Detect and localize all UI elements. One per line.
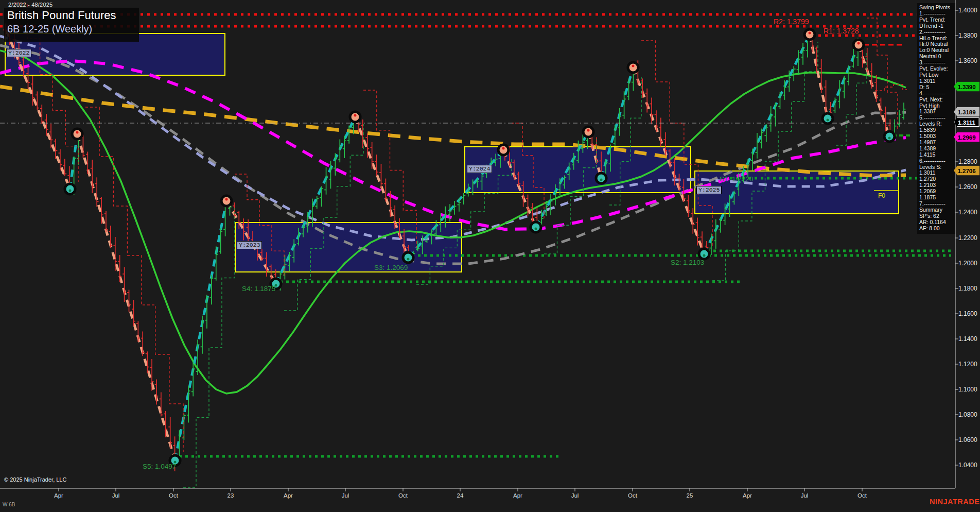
price-axis-label: 1.0400 [958,462,977,469]
time-axis-label: Jul [112,492,120,499]
time-axis-label: Apr [743,492,752,499]
pivot-marker-dot [857,42,860,45]
pivot-low-marker [884,131,895,142]
visible-date-range: 2/2022 - 48/2025 [8,2,52,8]
pivot-high-marker [498,145,509,155]
support-level-label: S3: 1.2069 [374,264,408,271]
swing-panel-line: Pvt. Trend: [919,17,955,23]
pivot-marker-dot [354,114,357,117]
time-axis-label: Jul [801,492,809,499]
swing-panel-line: 2.------------ [919,29,955,36]
ninjatrader-logo: NINJATRADER [930,498,980,506]
price-axis-label: 1.3600 [958,57,977,64]
ninjatrader-chart-window: 2/2022 - 48/2025 British Pound Futures 6… [0,0,980,512]
year-range-box-Y-2023 [235,223,462,272]
instrument-name: British Pound Futures [7,9,136,22]
price-axis-label: 1.1200 [958,361,977,368]
price-marker-badge: 1.3189 [954,107,979,117]
support-level-label: S2: 1.2103 [671,259,704,266]
price-axis-label: 1.4000 [958,7,977,14]
pivot-high-marker [853,40,864,50]
price-chart-canvas[interactable] [0,0,980,512]
copyright-text: © 2025 NinjaTrader, LLC [4,476,66,483]
price-axis-label: 1.1600 [958,310,977,317]
pivot-high-marker [350,112,360,122]
pivot-marker-dot [632,65,635,67]
time-axis-label: Apr [513,492,522,499]
resistance-level-label: R1: 1.3728 [824,27,859,35]
time-axis-label: Oct [398,492,408,499]
pivot-marker-dot [76,131,79,134]
pivot-marker-dot [225,198,228,201]
pivot-marker-dot [809,32,811,35]
swing-panel-line: 4.------------ [919,91,955,97]
time-axis-label: Oct [628,492,637,499]
pivot-low-marker [822,113,833,124]
swing-panel-line: 1.4389 [919,146,955,152]
support-level-label: S5: 1.0497 [143,463,176,470]
swing-panel-line: AF: 8.00 [919,226,955,232]
pivot-marker-dot [407,258,410,261]
instrument-title-box: British Pound Futures 6B 12-25 (Weekly) [4,8,139,42]
time-axis-label: 24 [457,492,464,499]
price-axis-label: 1.2200 [958,234,977,242]
price-marker-badge: 1.2969 [954,132,979,142]
price-axis-label: 1.1800 [958,285,977,292]
time-axis-label: Oct [169,492,178,499]
year-box-label: Y:2024 [467,165,492,173]
price-marker-badge: 1.3111 [954,117,979,127]
pivot-high-marker [583,127,593,137]
price-axis-label: 1.2600 [958,183,977,191]
time-axis-label: Apr [284,492,293,499]
pivot-low-marker [596,173,606,183]
support-level-label: S4: 1.1875 [242,285,275,293]
pivot-marker-dot [69,190,72,192]
swing-panel-line: 6.------------ [919,158,955,164]
swing-panel-line: D: 5 [919,84,955,91]
pivot-marker-dot [827,119,829,122]
time-axis-label: Jul [342,492,349,499]
time-axis-label: Oct [857,492,867,499]
price-axis-label: 1.2000 [958,260,977,267]
time-axis-label: Jul [571,492,579,499]
year-box-label: Y:2022 [6,49,31,57]
pivot-marker-dot [535,228,537,230]
price-axis-label: 1.3800 [958,32,977,39]
pivot-high-marker [221,196,232,206]
pivot-marker-dot [888,137,891,140]
year-box-label: Y:2025 [696,186,722,194]
f0-label: F0 [878,192,885,199]
pivot-high-marker [72,129,82,139]
pivot-marker-dot [703,254,706,257]
support-level-label: S1: 1.2720 [720,175,753,183]
pivot-marker-dot [502,147,505,150]
pivot-high-marker [804,29,815,40]
time-axis-label: Apr [54,492,63,499]
pivot-high-marker [628,62,638,73]
price-marker-badge: 1.3390 [954,82,979,92]
price-marker-badge: 1.2706 [954,166,979,176]
price-axis-label: 1.1000 [958,386,977,393]
swing-panel-line: 1.4115 [919,152,955,158]
resistance-level-label: R2: 1.3799 [774,18,809,26]
price-axis-label: 1.2400 [958,209,977,216]
time-axis-label: 25 [687,492,693,499]
price-axis-label: 1.0600 [958,436,977,443]
swing-panel-line: Pvt. Next: [919,97,955,103]
swing-pivots-indicator-panel: Swing Pivots1.------------Pvt. Trend:DTr… [917,3,955,234]
contract-and-period: 6B 12-25 (Weekly) [7,22,136,36]
pivot-low-marker [403,252,413,263]
swing-panel-line: DTrend -1 [919,23,955,29]
bar-period-label: W 6B [3,502,15,507]
price-axis-label: 1.2800 [958,158,977,165]
pivot-low-marker [65,184,75,194]
time-axis-label: 23 [227,492,234,499]
price-axis-label: 1.1400 [958,335,977,343]
pivot-marker-dot [600,179,603,181]
pivot-low-marker [531,222,541,232]
swing-panel-line: 1.3011 [919,78,955,84]
swing-panel-line: SP's: 62 [919,213,955,219]
price-axis-label: 1.0800 [958,411,977,418]
year-box-label: Y:2023 [237,241,262,249]
pivot-marker-dot [587,129,590,132]
